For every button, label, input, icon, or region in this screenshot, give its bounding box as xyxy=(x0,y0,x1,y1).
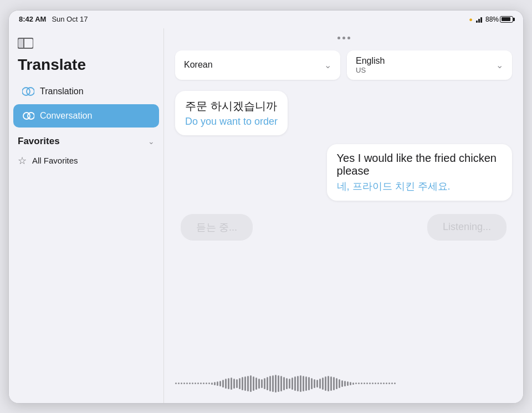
status-bar: 8:42 AM Sun Oct 17 ● 88% xyxy=(9,11,523,28)
favorites-section-header[interactable]: Favorites ⌄ xyxy=(9,128,163,150)
app-title: Translate xyxy=(9,54,163,79)
favorites-title: Favorites xyxy=(18,136,60,147)
waveform-bar-item xyxy=(250,375,252,392)
lang-left-name: Korean xyxy=(184,60,213,70)
waveform-dot xyxy=(375,383,376,384)
waveform-bar-item xyxy=(291,378,293,390)
lang-right-region: US xyxy=(356,66,385,74)
battery-icon: 88% xyxy=(485,16,513,23)
bubble-left-1: 주문 하시겠습니까 Do you want to order xyxy=(175,91,288,135)
waveform-dot xyxy=(388,383,390,384)
waveform-bar-item xyxy=(305,376,307,391)
msg1-translation: Do you want to order xyxy=(185,116,278,128)
waveform-bar-item xyxy=(333,377,335,390)
waveform-dot xyxy=(203,383,204,384)
waveform-dot xyxy=(206,383,207,384)
waveform-bar-item xyxy=(294,376,296,391)
wifi-icon xyxy=(476,16,482,23)
conversation-area: 주문 하시겠습니까 Do you want to order Yes I wou… xyxy=(164,86,523,370)
waveform-bar-item xyxy=(341,380,343,387)
waveform-bar-item xyxy=(222,380,224,387)
listen-right-button[interactable]: Listening... xyxy=(427,214,507,241)
waveform-dot xyxy=(195,383,196,384)
waveform-bar-item xyxy=(247,376,249,391)
waveform-bar-item xyxy=(269,376,271,391)
status-date: Sun Oct 17 xyxy=(52,15,88,23)
waveform-dot xyxy=(361,383,362,384)
top-bar xyxy=(164,28,523,48)
star-icon: ☆ xyxy=(18,155,27,167)
waveform-bar-item xyxy=(303,376,304,391)
waveform-dot xyxy=(186,383,188,384)
waveform-bar-item xyxy=(242,377,243,390)
language-selectors: Korean ⌄ English US ⌄ xyxy=(164,48,523,86)
waveform-bar-item xyxy=(258,379,260,389)
main-content: Korean ⌄ English US ⌄ 주문 하시겠습니까 xyxy=(164,28,523,403)
sidebar-toggle-icon xyxy=(18,37,33,49)
chevron-down-icon: ⌄ xyxy=(148,137,155,146)
bubble-right-2: Yes I would like the fried chicken pleas… xyxy=(327,144,512,201)
conversation-label: Conversation xyxy=(40,111,92,121)
waveform-bar-item xyxy=(239,378,241,389)
waveform-bar-item xyxy=(211,383,213,385)
waveform-bar-item xyxy=(236,379,238,388)
waveform-bar-item xyxy=(233,379,235,389)
waveform-bar-item xyxy=(300,375,301,392)
lang-left-chevron: ⌄ xyxy=(324,60,331,70)
all-favorites-label: All Favorites xyxy=(32,156,78,165)
waveform-bar-item xyxy=(228,378,229,389)
waveform-bar-item xyxy=(325,376,326,391)
waveform-bar-item xyxy=(352,383,354,385)
listen-left-button[interactable]: 듣는 중... xyxy=(181,214,253,241)
svg-point-6 xyxy=(28,113,34,119)
msg2-translation: 네, 프라이드 치킨 주세요. xyxy=(337,180,502,193)
waveform-dot xyxy=(386,383,387,384)
translation-icon xyxy=(22,85,34,98)
waveform-bar-item xyxy=(339,379,340,388)
dot1 xyxy=(337,37,340,39)
lang-selector-left[interactable]: Korean ⌄ xyxy=(175,50,340,80)
waveform-dot xyxy=(181,383,182,384)
waveform-bar-item xyxy=(225,379,227,389)
waveform-bar-item xyxy=(311,378,313,389)
sidebar-header xyxy=(9,34,163,54)
nav-conversation[interactable]: Conversation xyxy=(13,104,159,128)
all-favorites-item[interactable]: ☆ All Favorites xyxy=(9,150,163,171)
waveform-bar-item xyxy=(255,378,257,390)
waveform-bar-item xyxy=(319,379,321,389)
waveform-bar-item xyxy=(330,376,332,391)
waveform-bar-item xyxy=(231,378,232,390)
waveform-dot xyxy=(380,383,382,384)
waveform-bar-item xyxy=(264,378,265,389)
waveform-dot xyxy=(178,383,180,384)
waveform-dot xyxy=(377,383,379,384)
sidebar: Translate Translation xyxy=(9,28,164,403)
waveform-bar-item xyxy=(272,375,274,392)
dot3 xyxy=(347,37,350,39)
lang-selector-right[interactable]: English US ⌄ xyxy=(347,50,512,80)
waveform-dot xyxy=(394,383,396,384)
waveform-bar-item xyxy=(347,381,349,386)
lang-right-chevron: ⌄ xyxy=(496,60,503,70)
conversation-icon xyxy=(22,110,34,122)
waveform-bar-item xyxy=(297,376,299,391)
msg1-original: 주문 하시겠습니까 xyxy=(185,99,278,114)
waveform-bar-item xyxy=(286,378,288,389)
waveform-bar-item xyxy=(336,378,337,389)
sidebar-toggle-button[interactable] xyxy=(18,37,33,52)
waveform-dot xyxy=(183,383,185,384)
waveform-dot xyxy=(372,383,374,384)
nav-translation[interactable]: Translation xyxy=(13,80,159,103)
listen-row: 듣는 중... Listening... xyxy=(175,214,512,241)
waveform-bar-item xyxy=(214,382,216,385)
waveform-bar-item xyxy=(261,379,263,388)
waveform-visualization xyxy=(175,373,512,395)
message-left-1: 주문 하시겠습니까 Do you want to order xyxy=(175,91,512,135)
more-options-button[interactable] xyxy=(337,37,350,39)
svg-point-4 xyxy=(27,88,34,95)
waveform-bar-item xyxy=(275,375,277,392)
waveform-bar-item xyxy=(355,383,357,384)
waveform-dot xyxy=(358,383,360,384)
waveform-bar-item xyxy=(244,376,246,391)
waveform-bar-item xyxy=(314,379,315,388)
